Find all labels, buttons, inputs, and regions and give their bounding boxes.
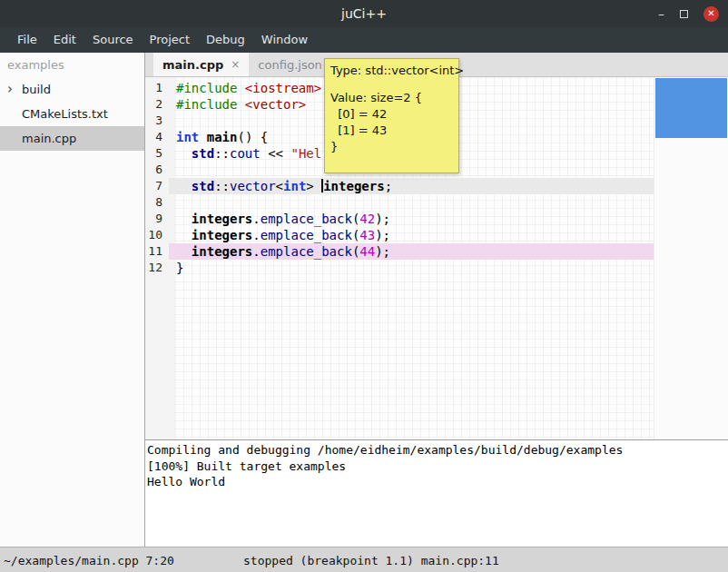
code-token: << [261, 146, 291, 161]
line-number[interactable]: 5 [145, 145, 169, 162]
code-token: . [252, 244, 260, 259]
line-number[interactable]: 6 [145, 162, 169, 178]
code-token: std [192, 146, 214, 161]
terminal-output[interactable]: Compiling and debugging /home/eidheim/ex… [145, 439, 728, 547]
code-line: 11 integers.emplace_back(44); [145, 243, 728, 260]
close-button[interactable]: ✕ [703, 6, 719, 22]
status-bar: ~/examples/main.cpp 7:20 stopped (breakp… [0, 547, 728, 572]
tree-item-build[interactable]: ›build [0, 77, 144, 102]
code-line: 10 integers.emplace_back(43); [145, 227, 728, 243]
window-title: juCi++ [341, 6, 387, 21]
code-token: :: [214, 179, 230, 193]
code-token [176, 228, 192, 242]
line-number[interactable]: 1 [145, 80, 169, 96]
code-token [176, 179, 192, 193]
menubar: FileEditSourceProjectDebugWindow [0, 27, 728, 53]
code-token: integers [192, 244, 252, 259]
code-text[interactable] [169, 194, 654, 211]
line-number[interactable]: 2 [145, 96, 169, 113]
code-token: emplace_back [261, 228, 352, 242]
line-number[interactable]: 7 [145, 178, 169, 194]
restore-button[interactable] [680, 7, 688, 20]
code-token: ; [385, 179, 392, 193]
restore-icon [680, 10, 688, 18]
terminal-line: [100%] Built target examples [147, 459, 728, 475]
code-token: ); [375, 228, 390, 242]
tab-label: main.cpp [162, 58, 223, 72]
line-number[interactable]: 11 [145, 243, 169, 260]
terminal-line: Hello World [147, 474, 728, 490]
line-number[interactable]: 12 [145, 260, 169, 276]
terminal-line: Compiling and debugging /home/eidheim/ex… [147, 442, 728, 459]
tree-item-main-cpp[interactable]: main.cpp [0, 126, 144, 151]
line-number[interactable]: 9 [145, 211, 169, 227]
code-token: 43 [359, 228, 375, 242]
code-token: #include [176, 97, 245, 112]
tree-item-label: CMakeLists.txt [22, 107, 108, 121]
line-number[interactable]: 10 [145, 227, 169, 243]
code-token: () { [237, 130, 268, 144]
code-token: integers [192, 212, 252, 226]
code-token: . [252, 228, 260, 242]
code-token: vector [230, 179, 276, 193]
code-token: } [176, 261, 183, 275]
code-token: emplace_back [261, 244, 352, 259]
code-token: emplace_back [261, 212, 352, 226]
code-line: 12} [145, 260, 728, 276]
code-line: 8 [145, 194, 728, 211]
menu-source[interactable]: Source [84, 27, 142, 53]
menu-window[interactable]: Window [253, 27, 316, 53]
tooltip-line: } [330, 139, 453, 155]
code-token: <vector> [245, 97, 306, 112]
line-number[interactable]: 3 [145, 113, 169, 129]
chevron-right-icon[interactable]: › [7, 81, 13, 97]
code-token: . [252, 212, 260, 226]
code-token [176, 146, 192, 161]
code-text[interactable]: std::vector<int> integers; [169, 178, 654, 194]
code-token: std [192, 179, 214, 193]
code-token: integers [323, 179, 384, 193]
tooltip-line: [1] = 43 [330, 123, 453, 139]
minimize-button[interactable]: – [658, 7, 664, 20]
code-text[interactable]: integers.emplace_back(44); [169, 243, 654, 260]
menu-file[interactable]: File [9, 27, 45, 53]
code-token: "Hel [290, 146, 321, 161]
code-token: ); [375, 212, 390, 226]
titlebar: juCi++ – ✕ [0, 0, 728, 27]
tab-label: config.json [258, 58, 322, 72]
code-token: int [283, 179, 306, 193]
code-line: 9 integers.emplace_back(42); [145, 211, 728, 227]
code-text[interactable]: integers.emplace_back(42); [169, 211, 654, 227]
code-token [176, 212, 192, 226]
tree-item-label: build [22, 83, 51, 96]
code-token: integers [192, 228, 252, 242]
menu-edit[interactable]: Edit [45, 27, 84, 53]
code-token: cout [230, 146, 261, 161]
code-token: int [176, 130, 199, 144]
tooltip-line: [0] = 42 [330, 106, 453, 123]
line-number[interactable]: 8 [145, 194, 169, 211]
tree-item-label: main.cpp [22, 132, 76, 145]
menu-project[interactable]: Project [142, 27, 198, 53]
code-token: <iostream> [245, 81, 321, 95]
file-tree-panel: examples ›buildCMakeLists.txtmain.cpp [0, 53, 145, 547]
code-text[interactable]: integers.emplace_back(43); [169, 227, 654, 243]
window-controls: – ✕ [658, 0, 719, 27]
tree-item-cmakelists-txt[interactable]: CMakeLists.txt [0, 102, 144, 126]
file-tree: ›buildCMakeLists.txtmain.cpp [0, 77, 144, 151]
tab-main-cpp[interactable]: main.cpp× [153, 53, 249, 76]
line-number[interactable]: 4 [145, 129, 169, 145]
tab-close-icon[interactable]: × [231, 58, 240, 71]
code-line: 7 std::vector<int> integers; [145, 178, 728, 194]
file-tree-header: examples [0, 53, 144, 77]
tooltip-type-line: Type: std::vector<int> [330, 63, 453, 78]
code-token [176, 244, 192, 259]
tooltip-value-lines: Value: size=2 { [0] = 42 [1] = 43} [330, 90, 453, 155]
menu-debug[interactable]: Debug [198, 27, 253, 53]
code-token: 44 [359, 244, 375, 259]
code-token: #include [176, 81, 245, 95]
code-token [199, 130, 206, 144]
code-text[interactable]: } [169, 260, 654, 276]
code-token: > [306, 179, 321, 193]
code-token: 42 [359, 212, 375, 226]
